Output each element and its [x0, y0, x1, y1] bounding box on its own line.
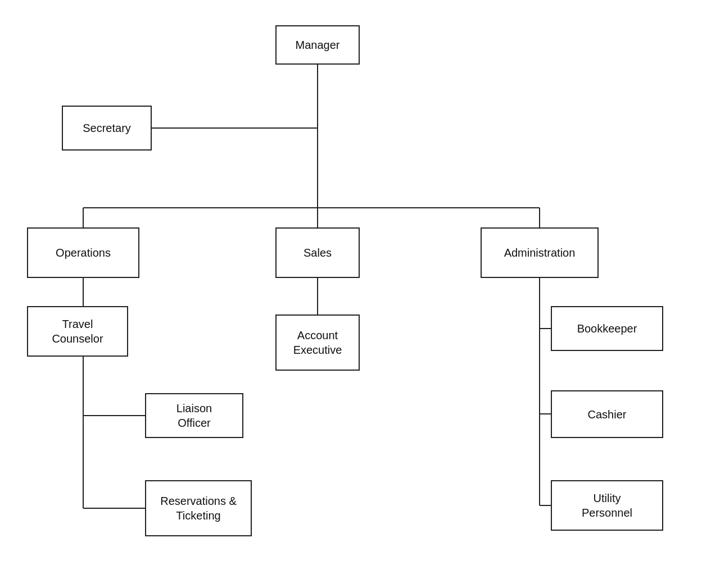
manager-node: Manager	[275, 25, 360, 65]
operations-node: Operations	[27, 227, 139, 278]
cashier-node: Cashier	[551, 390, 663, 438]
travel-counselor-node: Travel Counselor	[27, 306, 128, 357]
account-executive-node: Account Executive	[275, 314, 360, 371]
reservations-ticketing-node: Reservations & Ticketing	[145, 480, 252, 536]
bookkeeper-node: Bookkeeper	[551, 306, 663, 351]
liaison-officer-node: Liaison Officer	[145, 393, 243, 438]
utility-personnel-node: Utility Personnel	[551, 480, 663, 531]
administration-node: Administration	[481, 227, 599, 278]
secretary-node: Secretary	[62, 106, 152, 151]
sales-node: Sales	[275, 227, 360, 278]
